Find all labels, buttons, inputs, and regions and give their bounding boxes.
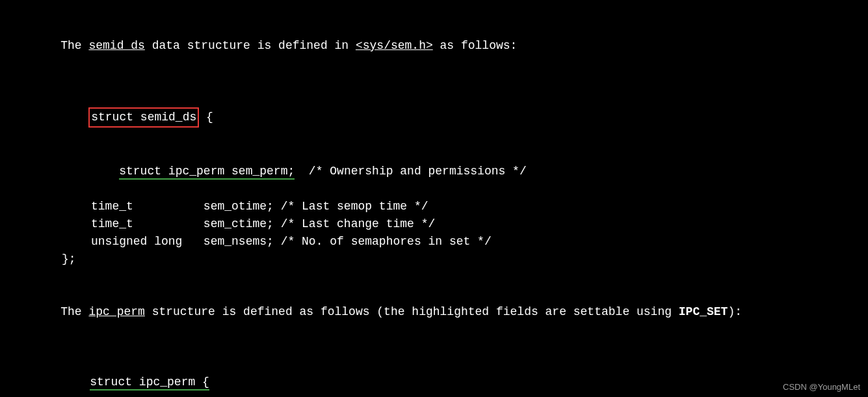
struct-field: unsigned long sem_nsems; /* No. of semap… xyxy=(33,233,835,251)
semid-ds-ref: semid ds xyxy=(88,39,144,52)
text: as follows: xyxy=(433,39,518,52)
struct-semid-ds-decl: struct semid_ds { xyxy=(33,90,835,145)
highlight-red-box: struct semid_ds xyxy=(88,107,199,128)
watermark: CSDN @YoungMLet xyxy=(783,381,860,394)
text: ): xyxy=(728,305,742,318)
intro-line-2: The ipc perm structure is defined as fol… xyxy=(33,286,835,338)
struct-field: struct ipc_perm sem_perm; /* Ownership a… xyxy=(33,145,835,198)
ipc-set-const: IPC_SET xyxy=(679,305,728,318)
ipc-perm-ref: ipc perm xyxy=(88,305,144,318)
highlight-green-underline: struct ipc_perm { xyxy=(90,376,209,390)
struct-ipc-perm-decl: struct ipc_perm { xyxy=(33,356,835,397)
struct-close: }; xyxy=(33,251,835,268)
highlight-green-underline: struct ipc_perm sem_perm; xyxy=(119,165,295,180)
struct-field: time_t sem_ctime; /* Last change time */ xyxy=(33,215,835,233)
struct-field: time_t sem_otime; /* Last semop time */ xyxy=(33,198,835,215)
manpage-content: The semid ds data structure is defined i… xyxy=(33,20,835,397)
text: structure is defined as follows (the hig… xyxy=(145,305,679,318)
header-ref: <sys/sem.h> xyxy=(356,39,433,52)
text: data structure is defined in xyxy=(145,39,356,52)
text: The xyxy=(60,39,88,52)
text: { xyxy=(199,111,213,124)
comment: /* Ownership and permissions */ xyxy=(295,165,526,178)
text: The xyxy=(60,305,88,318)
intro-line-1: The semid ds data structure is defined i… xyxy=(33,20,835,72)
